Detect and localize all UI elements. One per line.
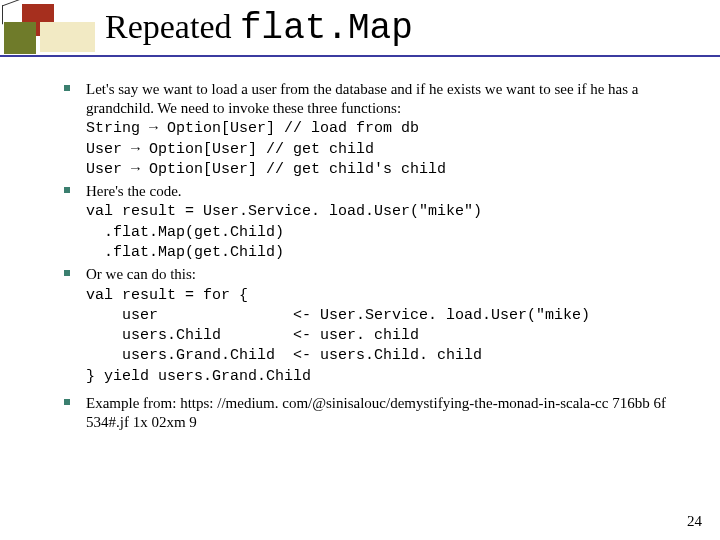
slide-body: Let's say we want to load a user from th… [64, 80, 704, 435]
list-item: Let's say we want to load a user from th… [64, 80, 704, 179]
page-number: 24 [687, 513, 702, 530]
title-word-1: Repeated [105, 8, 240, 45]
slide-title: Repeated flat.Map [105, 8, 413, 49]
list-item: Example from: https: //medium. com/@sini… [64, 394, 704, 432]
slide-logo [0, 0, 95, 60]
bullet-lead-text: Example from: https: //medium. com/@sini… [86, 395, 666, 430]
code-block: val result = for { user <- User.Service.… [86, 287, 590, 385]
title-underline [0, 55, 720, 57]
bullet-lead-text: Let's say we want to load a user from th… [86, 81, 639, 116]
bullet-lead-text: Here's the code. [86, 183, 182, 199]
code-block: val result = User.Service. load.User("mi… [86, 203, 482, 261]
bullet-icon [64, 182, 86, 193]
title-word-2: flat.Map [240, 8, 413, 49]
bullet-lead-text: Or we can do this: [86, 266, 196, 282]
bullet-icon [64, 265, 86, 276]
bullet-icon [64, 394, 86, 405]
list-item: Here's the code. val result = User.Servi… [64, 182, 704, 262]
code-block: String → Option[User] // load from db Us… [86, 120, 446, 178]
list-item: Or we can do this: val result = for { us… [64, 265, 704, 386]
bullet-icon [64, 80, 86, 91]
